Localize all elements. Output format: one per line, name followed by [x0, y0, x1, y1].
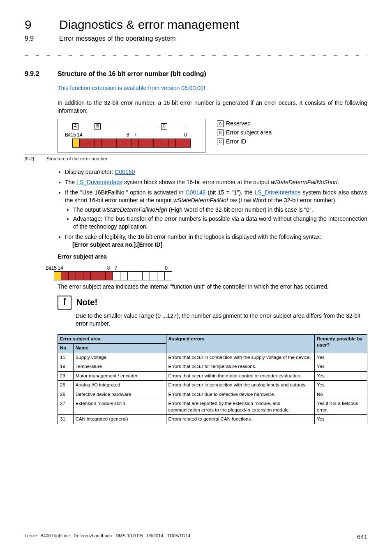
bit-cell	[161, 139, 168, 148]
table-cell: Extension module slot 1	[73, 399, 166, 415]
bit-cell	[117, 139, 124, 148]
bit-cell	[139, 139, 146, 148]
bit-label-7: 7	[112, 265, 120, 271]
list-text: (Low Word of the 32-bit error number).	[237, 197, 337, 204]
section-title: Structure of the 16 bit error number (bi…	[58, 69, 206, 79]
bit-cell	[83, 271, 91, 280]
bit-cell	[76, 271, 83, 280]
legend-text-a: Reserved	[226, 120, 251, 127]
fig-label-a: A	[72, 123, 78, 130]
bit-label-7: 7	[131, 132, 139, 138]
table-cell: 11	[58, 353, 74, 362]
table-cell: Yes	[314, 362, 367, 372]
link-c00160[interactable]: C00160	[115, 169, 135, 175]
table-cell: Errors that occur within the motor contr…	[166, 371, 314, 381]
table-cell: Errors that occur for temperature reason…	[166, 362, 314, 372]
bit-cell	[61, 271, 69, 280]
figure-caption-text: Structure of the error number	[46, 156, 107, 161]
subchapter-title: Error messages of the operating system	[59, 35, 176, 42]
esa-paragraph: The error subject area indicates the int…	[58, 283, 367, 291]
table-row: 26Defective device hardwareErrors that o…	[58, 390, 367, 399]
fig-label-c: C	[161, 123, 167, 130]
bit-label-0: 0	[180, 132, 187, 138]
list-text: system block shows the 16-bit error numb…	[122, 179, 271, 185]
bit-label-14: 14	[57, 265, 64, 271]
version-note: This function extension is available fro…	[58, 84, 367, 92]
error-subject-area-table: Error subject area Assigned errors Remed…	[58, 334, 367, 424]
table-header-remedy: Remedy possible by user?	[314, 334, 367, 353]
list-text: The output	[73, 206, 102, 213]
bit-cell	[109, 139, 117, 148]
legend-key-c: C	[217, 139, 224, 145]
table-cell: Analog I/O integrated	[73, 381, 166, 390]
syntax-bold: [Error subject area no.].[Error ID]	[72, 241, 162, 248]
bit-cell	[98, 271, 106, 280]
link-c00148[interactable]: C00148	[186, 189, 206, 196]
table-cell: Yes	[314, 415, 367, 424]
bit-cell	[128, 271, 135, 280]
chapter-title: Diagnostics & error management	[59, 18, 240, 31]
table-cell: 27	[58, 399, 74, 415]
table-cell: 26	[58, 390, 74, 399]
bit-cell	[150, 271, 157, 280]
table-header-name: Name	[73, 344, 166, 353]
table-cell: Supply voltage	[73, 353, 166, 362]
table-cell: Errors that occur in connection with the…	[166, 381, 314, 390]
bit-cell	[95, 139, 102, 148]
table-row: 25Analog I/O integratedErrors that occur…	[58, 381, 367, 390]
link-ls-driveinterface[interactable]: LS_DriveInterface	[255, 189, 301, 196]
bit-cell	[91, 271, 98, 280]
section-number: 9.9.2	[25, 69, 58, 79]
subchapter-number: 9.9	[25, 34, 58, 43]
page-number: 641	[357, 533, 367, 541]
bit-cell	[183, 139, 191, 148]
figure-legend: AReserved BError subject area CError ID	[217, 119, 272, 153]
bit-cell	[146, 139, 154, 148]
note-text: Due to the smaller value range (0 ...127…	[76, 312, 367, 328]
list-text: Display parameter:	[65, 169, 115, 175]
bullet-list: Display parameter: C00160 The LS_DriveIn…	[58, 168, 367, 249]
figure-box: A B C Bit15 14 8 7 0	[58, 119, 205, 153]
table-cell: 19	[58, 362, 74, 372]
bit-cell	[168, 139, 176, 148]
list-text: For the sake of legibility, the 16-bit e…	[65, 234, 323, 240]
figure-error-number-structure: A B C Bit15 14 8 7 0	[58, 119, 367, 153]
page-header: 9 Diagnostics & error management 9.9 Err…	[25, 16, 367, 43]
bit-cell	[72, 139, 80, 148]
bit-cell	[176, 139, 183, 148]
page-footer: Lenze · 8400 HighLine · Referenzhandbuch…	[25, 533, 367, 541]
list-item: Advantage: The bus transfer of the error…	[73, 215, 367, 231]
bit-cell	[165, 271, 172, 280]
bit-cell	[106, 271, 113, 280]
italic-term: wStateDetermFailNoShort	[271, 179, 338, 185]
table-cell: Defective device hardware	[73, 390, 166, 399]
bit-cell	[131, 139, 139, 148]
info-icon: i	[58, 296, 71, 310]
table-cell: Motor management / encoder	[73, 371, 166, 381]
bit-cell	[157, 271, 165, 280]
bit-cell	[102, 139, 109, 148]
table-header-assigned: Assigned errors	[166, 334, 314, 353]
bit-cell	[113, 271, 120, 280]
bit-label-0: 0	[160, 265, 168, 271]
legend-text-c: Error ID	[226, 138, 246, 145]
figure-caption-label: [9-2]	[25, 156, 45, 162]
table-cell: Yes	[314, 381, 367, 390]
table-cell: Yes	[314, 371, 367, 381]
bit-cell	[80, 139, 87, 148]
bit-cell	[135, 271, 143, 280]
table-cell: Errors that are reported by the extensio…	[166, 399, 314, 415]
fig-label-b: B	[95, 123, 101, 130]
table-row: 31CAN integrated (general)Errors related…	[58, 415, 367, 424]
list-text: (bit 15 = "1"), the	[206, 189, 255, 196]
table-cell: Errors related to general CAN functions.	[166, 415, 314, 424]
bit-label-14: 14	[76, 132, 83, 138]
link-ls-driveinterface[interactable]: LS_DriveInterface	[76, 179, 122, 185]
bit-cell	[69, 271, 76, 280]
table-cell: CAN integrated (general)	[73, 415, 166, 424]
legend-key-b: B	[217, 130, 224, 136]
figure-error-subject-area-bits: Bit15 14 8 7 0	[49, 265, 367, 280]
table-header-esa: Error subject area	[58, 334, 166, 344]
italic-term: wStateDetermFailNoLow	[173, 197, 237, 204]
table-cell: No	[314, 390, 367, 399]
